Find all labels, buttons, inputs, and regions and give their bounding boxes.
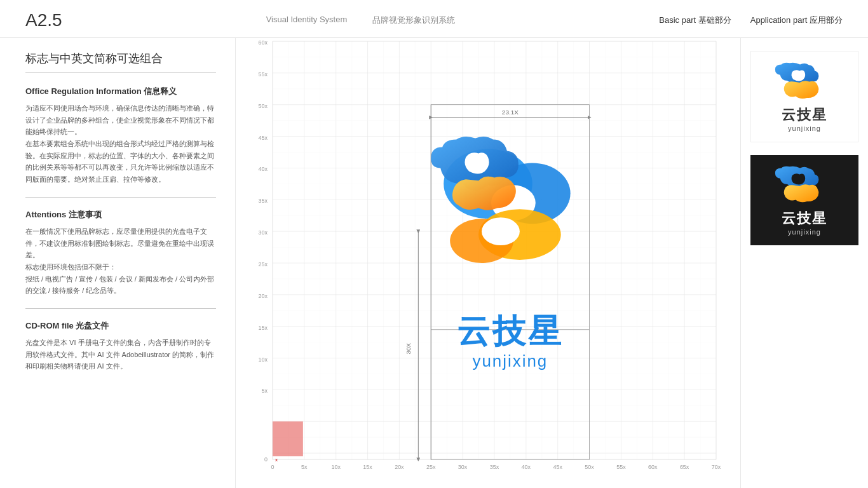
heading-cdrom: CD-ROM file 光盘文件: [25, 320, 216, 332]
header: A2.5 Visual Identity System 品牌视觉形象识别系统 B…: [0, 0, 868, 38]
center-grid-panel: 60x 55x 50x 45x 40x 35x 30x 25x 20x 15x …: [235, 38, 741, 488]
nav-basic[interactable]: Basic part 基础部分: [659, 15, 731, 26]
svg-text:60x: 60x: [648, 464, 658, 470]
body-cdrom: 光盘文件是本 VI 手册电子文件的集合，内含手册制作时的专用软件格式文件。其中 …: [25, 337, 216, 372]
svg-text:20x: 20x: [395, 464, 404, 470]
svg-text:35x: 35x: [259, 198, 268, 204]
page-id: A2.5: [25, 11, 62, 29]
right-panel: 云技星 yunjixing: [741, 38, 868, 488]
svg-text:55x: 55x: [616, 464, 626, 470]
body-attentions: 在一般情况下使用品牌标志，应尽量使用提供的光盘电子文件，不建议使用标准制图绘制标…: [25, 226, 216, 297]
vis-title: Visual Identity System: [266, 15, 348, 26]
svg-text:10x: 10x: [331, 464, 341, 470]
body-regulation: 为适应不同使用场合与环境，确保信息传达的清晰与准确，特设计了企业品牌的多种组合，…: [25, 102, 216, 186]
svg-text:60x: 60x: [259, 39, 268, 46]
grid-svg: 60x 55x 50x 45x 40x 35x 30x 25x 20x 15x …: [236, 38, 740, 488]
svg-text:40x: 40x: [259, 166, 268, 172]
heading-regulation: Office Regulation Information 信息释义: [25, 86, 216, 97]
logo-en-white: yunjixing: [788, 125, 821, 132]
divider2: [25, 308, 216, 309]
svg-text:70x: 70x: [712, 464, 721, 470]
header-center: Visual Identity System 品牌视觉形象识别系统: [266, 15, 456, 26]
svg-text:5x: 5x: [261, 388, 268, 394]
svg-text:45x: 45x: [553, 464, 562, 470]
svg-text:云技星: 云技星: [457, 313, 564, 349]
header-left: A2.5: [25, 11, 62, 29]
svg-text:10x: 10x: [259, 356, 268, 363]
svg-text:45x: 45x: [259, 135, 268, 141]
svg-text:30X: 30X: [405, 342, 412, 354]
svg-text:55x: 55x: [259, 71, 268, 78]
svg-text:30x: 30x: [259, 229, 268, 236]
svg-text:25x: 25x: [426, 464, 436, 470]
svg-rect-86: [273, 421, 303, 456]
logo-black-version: 云技星 yunjixing: [750, 155, 858, 245]
heading-attentions: Attentions 注意事项: [25, 209, 216, 220]
logo-cn-white: 云技星: [782, 105, 827, 125]
svg-text:23.1X: 23.1X: [502, 109, 519, 116]
svg-text:x: x: [275, 457, 278, 463]
vis-title-cn: 品牌视觉形象识别系统: [372, 15, 455, 26]
svg-text:5x: 5x: [301, 464, 308, 470]
svg-text:15x: 15x: [363, 464, 372, 470]
svg-text:65x: 65x: [680, 464, 689, 470]
svg-text:15x: 15x: [259, 325, 268, 331]
svg-text:35x: 35x: [490, 464, 499, 470]
logo-en-black: yunjixing: [788, 228, 821, 236]
logo-cn-black: 云技星: [782, 209, 827, 228]
left-panel: 标志与中英文简称可选组合 Office Regulation Informati…: [0, 38, 235, 488]
svg-text:50x: 50x: [259, 103, 268, 109]
svg-text:0: 0: [271, 464, 274, 470]
logo-white-version: 云技星 yunjixing: [750, 51, 858, 142]
page: A2.5 Visual Identity System 品牌视觉形象识别系统 B…: [0, 0, 868, 488]
svg-text:25x: 25x: [259, 261, 268, 268]
nav-application[interactable]: Application part 应用部分: [750, 15, 843, 26]
svg-text:0: 0: [264, 456, 268, 463]
cloud-logo-white: [773, 61, 836, 102]
svg-text:20x: 20x: [259, 293, 268, 299]
cloud-logo-black: [773, 165, 836, 206]
svg-point-100: [482, 217, 520, 245]
main-content: 标志与中英文简称可选组合 Office Regulation Informati…: [0, 38, 868, 488]
section-title: 标志与中英文简称可选组合: [25, 51, 216, 73]
svg-text:yunjixing: yunjixing: [473, 352, 548, 370]
svg-text:50x: 50x: [585, 464, 594, 470]
svg-text:30x: 30x: [458, 464, 468, 470]
svg-text:40x: 40x: [522, 464, 531, 470]
header-right: Basic part 基础部分 Application part 应用部分: [659, 15, 843, 26]
divider1: [25, 197, 216, 198]
